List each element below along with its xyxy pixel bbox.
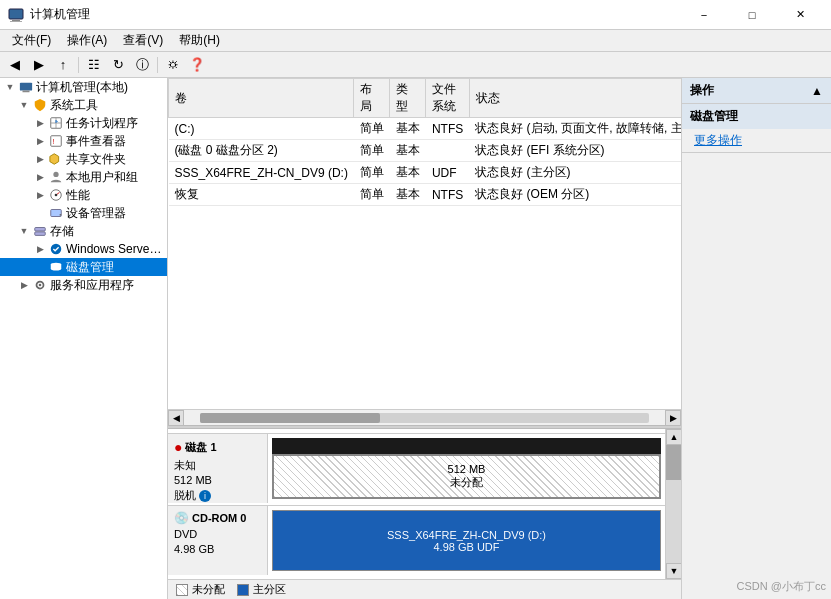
cdrom-label: CD-ROM 0 — [192, 511, 246, 526]
back-button[interactable]: ◀ — [4, 54, 26, 76]
table-row[interactable]: (C:)简单基本NTFS状态良好 (启动, 页面文件, 故障转储, 主分区)59… — [169, 118, 682, 140]
scroll-left-btn[interactable]: ◀ — [168, 410, 184, 426]
disk-name-cdrom: 💿 CD-ROM 0 — [174, 510, 261, 527]
properties-button[interactable]: ⛭ — [162, 54, 184, 76]
cell-0-2: 基本 — [390, 118, 426, 140]
menu-file[interactable]: 文件(F) — [4, 30, 59, 51]
perf-icon — [48, 187, 64, 203]
disk-row-1: ● 磁盘 1 未知 512 MB 脱机 i — [168, 433, 665, 503]
content-area: 卷 布局 类型 文件系统 状态 容量 (C:)简单基本NTFS状态良好 (启动,… — [168, 78, 681, 599]
toggle-shared: ▶ — [32, 151, 48, 167]
sidebar-item-wsbackup[interactable]: ▶ Windows Server 备份 — [0, 240, 167, 258]
horizontal-scrollbar[interactable]: ◀ ▶ — [168, 409, 681, 425]
toggle-scheduler: ▶ — [32, 115, 48, 131]
legend-primary-label: 主分区 — [253, 582, 286, 597]
maximize-button[interactable]: □ — [729, 0, 775, 30]
sidebar-item-shared[interactable]: ▶ 共享文件夹 — [0, 150, 167, 168]
sidebar-item-perf[interactable]: ▶ 性能 — [0, 186, 167, 204]
up-button[interactable]: ↑ — [52, 54, 74, 76]
disk-partitions-cdrom: SSS_X64FRE_ZH-CN_DV9 (D:) 4.98 GB UDF — [268, 506, 665, 575]
disk1-unallocated[interactable]: 512 MB 未分配 — [272, 454, 661, 499]
shared-icon — [48, 151, 64, 167]
disk-status-1: 脱机 i — [174, 488, 261, 503]
vscroll-up[interactable]: ▲ — [666, 429, 681, 445]
vscroll-down[interactable]: ▼ — [666, 563, 681, 579]
disk-icon — [48, 259, 64, 275]
sidebar-item-sys-tools[interactable]: ▼ 系统工具 — [0, 96, 167, 114]
toolbar-separator-2 — [157, 57, 158, 73]
device-icon — [48, 205, 64, 221]
show-hide-button[interactable]: ☷ — [83, 54, 105, 76]
menu-view[interactable]: 查看(V) — [115, 30, 171, 51]
svg-rect-4 — [23, 91, 30, 93]
title-buttons: − □ ✕ — [681, 0, 823, 30]
sidebar-item-device[interactable]: 设备管理器 — [0, 204, 167, 222]
svg-rect-13 — [51, 210, 62, 217]
svg-point-19 — [51, 263, 62, 267]
menu-action[interactable]: 操作(A) — [59, 30, 115, 51]
disk-partitions-1: 512 MB 未分配 — [268, 434, 665, 503]
sidebar-item-storage[interactable]: ▼ 存储 — [0, 222, 167, 240]
table-area: 卷 布局 类型 文件系统 状态 容量 (C:)简单基本NTFS状态良好 (启动,… — [168, 78, 681, 425]
minimize-button[interactable]: − — [681, 0, 727, 30]
sidebar-label-wsbackup: Windows Server 备份 — [66, 241, 163, 258]
scroll-right-btn[interactable]: ▶ — [665, 410, 681, 426]
svg-rect-3 — [20, 83, 32, 91]
table-row[interactable]: SSS_X64FRE_ZH-CN_DV9 (D:)简单基本UDF状态良好 (主分… — [169, 162, 682, 184]
col-fs[interactable]: 文件系统 — [426, 79, 469, 118]
info-button[interactable]: ⓘ — [131, 54, 153, 76]
table-scroll[interactable]: 卷 布局 类型 文件系统 状态 容量 (C:)简单基本NTFS状态良好 (启动,… — [168, 78, 681, 409]
sidebar: ▼ 计算机管理(本地) ▼ 系统工具 ▶ 任务计划程序 ▶ ! — [0, 78, 168, 599]
watermark: CSDN @小布丁cc — [737, 579, 826, 594]
cdrom-type: DVD — [174, 527, 261, 542]
help-button[interactable]: ❓ — [186, 54, 208, 76]
disk-info-cdrom: 💿 CD-ROM 0 DVD 4.98 GB — [168, 506, 268, 575]
disk-label-1: 磁盘 1 — [185, 440, 216, 455]
right-panel-disk-title[interactable]: 磁盘管理 — [682, 104, 831, 129]
svg-rect-16 — [35, 232, 46, 236]
sidebar-item-scheduler[interactable]: ▶ 任务计划程序 — [0, 114, 167, 132]
col-layout[interactable]: 布局 — [354, 79, 390, 118]
sidebar-label-event: 事件查看器 — [66, 133, 126, 150]
disk-info-1: ● 磁盘 1 未知 512 MB 脱机 i — [168, 434, 268, 503]
right-panel-section-0: 操作 ▲ — [682, 78, 831, 104]
title-bar: 计算机管理 − □ ✕ — [0, 0, 831, 30]
cell-1-0: (磁盘 0 磁盘分区 2) — [169, 140, 354, 162]
right-panel-more-actions[interactable]: 更多操作 — [682, 129, 831, 152]
sidebar-item-services[interactable]: ▶ 服务和应用程序 — [0, 276, 167, 294]
disk-map-scroll[interactable]: ● 磁盘 1 未知 512 MB 脱机 i — [168, 429, 665, 579]
cell-3-4: 状态良好 (OEM 分区) — [469, 184, 681, 206]
col-type[interactable]: 类型 — [390, 79, 426, 118]
col-vol[interactable]: 卷 — [169, 79, 354, 118]
disk1-part-label: 512 MB — [448, 463, 486, 475]
forward-button[interactable]: ▶ — [28, 54, 50, 76]
table-row[interactable]: (磁盘 0 磁盘分区 2)简单基本状态良好 (EFI 系统分区)99 N — [169, 140, 682, 162]
refresh-button[interactable]: ↻ — [107, 54, 129, 76]
toggle-device — [32, 205, 48, 221]
right-panel-disk-title-text: 磁盘管理 — [690, 108, 738, 125]
table-row[interactable]: 恢复简单基本NTFS状态良好 (OEM 分区)499 — [169, 184, 682, 206]
legend-unallocated-box — [176, 584, 188, 596]
toggle-storage: ▼ — [16, 223, 32, 239]
disk-map-vscroll[interactable]: ▲ ▼ — [665, 429, 681, 579]
menu-help[interactable]: 帮助(H) — [171, 30, 228, 51]
sidebar-item-root[interactable]: ▼ 计算机管理(本地) — [0, 78, 167, 96]
sidebar-label-device: 设备管理器 — [66, 205, 126, 222]
svg-point-10 — [53, 172, 58, 177]
sidebar-item-disk[interactable]: 磁盘管理 — [0, 258, 167, 276]
cdrom-partition[interactable]: SSS_X64FRE_ZH-CN_DV9 (D:) 4.98 GB UDF — [272, 510, 661, 571]
vscroll-thumb — [666, 445, 681, 480]
toggle-services: ▶ — [16, 277, 32, 293]
cell-0-3: NTFS — [426, 118, 469, 140]
col-status[interactable]: 状态 — [469, 79, 681, 118]
right-panel-title[interactable]: 操作 ▲ — [682, 78, 831, 103]
toggle-disk — [32, 259, 48, 275]
sidebar-item-event[interactable]: ▶ ! 事件查看器 — [0, 132, 167, 150]
cell-1-4: 状态良好 (EFI 系统分区) — [469, 140, 681, 162]
disk1-partition-group: 512 MB 未分配 — [272, 438, 661, 499]
sidebar-item-users[interactable]: ▶ 本地用户和组 — [0, 168, 167, 186]
disk1-part-sub: 未分配 — [450, 475, 483, 490]
close-button[interactable]: ✕ — [777, 0, 823, 30]
disk-type-1: 未知 — [174, 458, 261, 473]
sidebar-label-scheduler: 任务计划程序 — [66, 115, 138, 132]
